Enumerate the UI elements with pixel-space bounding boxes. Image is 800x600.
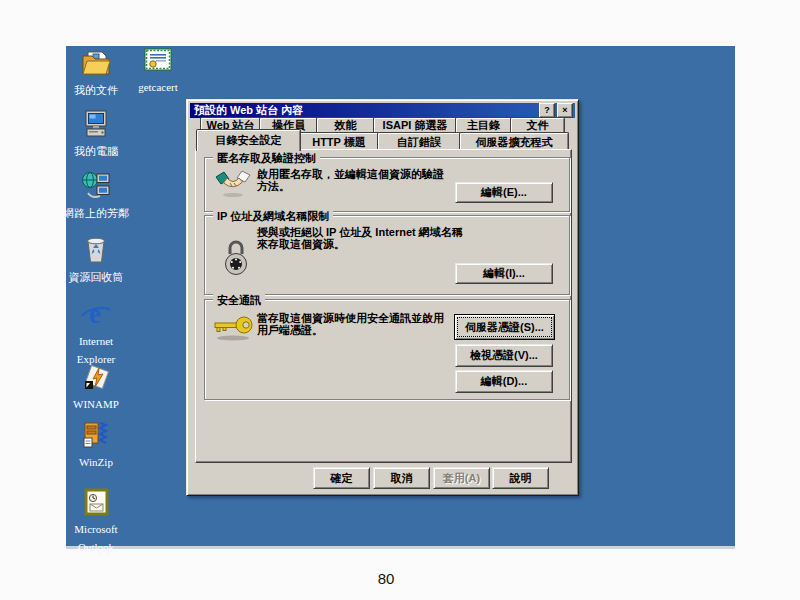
page-number: 80 <box>352 570 420 587</box>
view-certificate-button[interactable]: 檢視憑證(V)... <box>455 344 553 367</box>
network-neighborhood-icon <box>80 171 112 201</box>
group-description-line2: 用戶端憑證。 <box>257 324 323 336</box>
desktop-icon-label: WinZip <box>79 456 113 468</box>
group-title: 安全通訊 <box>213 293 265 308</box>
group-secure-communications: 安全通訊 當存取這個資源時使用安全通訊並啟用 用戶端憑證。 伺服器憑證(S)..… <box>204 299 570 400</box>
desktop-icon-getcacert[interactable]: getcacert <box>122 45 194 95</box>
group-description-line2: 來存取這個資源。 <box>257 238 345 250</box>
edit-authentication-button[interactable]: 編輯(E)... <box>455 182 553 203</box>
padlock-icon <box>221 238 251 280</box>
titlebar-help-button[interactable]: ? <box>539 103 555 118</box>
ok-button[interactable]: 確定 <box>313 467 370 489</box>
cancel-button[interactable]: 取消 <box>373 467 430 489</box>
winamp-icon <box>80 362 112 392</box>
tab-home-directory[interactable]: 主目錄 <box>455 117 512 133</box>
handshake-icon <box>215 168 251 202</box>
desktop-icon-microsoft-outlook[interactable]: Microsoft Outlook <box>60 487 132 555</box>
group-description-line1: 授與或拒絕以 IP 位址及 Internet 網域名稱 <box>257 226 463 238</box>
titlebar-close-button[interactable]: × <box>557 103 573 118</box>
group-title: IP 位址及網域名稱限制 <box>213 209 333 224</box>
winzip-icon <box>80 420 112 450</box>
group-title: 匿名存取及驗證控制 <box>213 151 320 166</box>
tab-isapi-filters[interactable]: ISAPI 篩選器 <box>373 117 457 133</box>
scanned-page: 我的文件 getcacert <box>0 0 800 600</box>
group-anonymous-access: 匿名存取及驗證控制 啟用匿名存取，並編輯這個資源的驗證 方法。 編輯(E)... <box>204 157 570 212</box>
desktop-icon-label: 我的電腦 <box>74 145 118 157</box>
certificate-icon <box>142 45 174 75</box>
desktop-icon-label: Microsoft Outlook <box>74 523 117 553</box>
desktop-icon-label: 我的文件 <box>74 84 118 96</box>
microsoft-outlook-icon <box>80 487 112 517</box>
desktop-icon-label: WINAMP <box>73 398 119 410</box>
group-description-line1: 當存取這個資源時使用安全通訊並啟用 <box>257 312 444 324</box>
help-button[interactable]: 說明 <box>492 467 549 489</box>
desktop-icon-winzip[interactable]: WinZip <box>60 420 132 470</box>
server-certificate-button[interactable]: 伺服器憑證(S)... <box>454 314 555 340</box>
desktop-icon-label: Internet Explorer <box>77 335 115 365</box>
svg-text:e: e <box>89 299 101 329</box>
desktop-icon-label: 網路上的芳鄰 <box>63 207 129 219</box>
recycle-bin-icon <box>80 235 112 265</box>
internet-explorer-icon: e <box>80 299 112 329</box>
group-description-line2: 方法。 <box>257 180 290 192</box>
desktop-icon-network-neighborhood[interactable]: 網路上的芳鄰 <box>60 171 132 221</box>
properties-dialog: 預設的 Web 站台 內容 ? × Web 站台 操作員 效能 ISAPI 篩選… <box>186 99 579 496</box>
desktop-icon-label: getcacert <box>138 81 178 93</box>
desktop-icon-recycle-bin[interactable]: 資源回收筒 <box>60 235 132 285</box>
group-description-line1: 啟用匿名存取，並編輯這個資源的驗證 <box>257 168 444 180</box>
desktop-icon-label: 資源回收筒 <box>69 271 124 283</box>
my-documents-icon <box>80 48 112 78</box>
tab-directory-security[interactable]: 目錄安全設定 <box>196 129 301 151</box>
tab-performance[interactable]: 效能 <box>316 117 375 133</box>
dialog-title: 預設的 Web 站台 內容 <box>194 103 537 118</box>
desktop-icon-my-computer[interactable]: 我的電腦 <box>60 109 132 159</box>
tab-documents[interactable]: 文件 <box>510 117 565 133</box>
apply-button: 套用(A) <box>433 467 490 489</box>
my-computer-icon <box>80 109 112 139</box>
edit-ip-restrictions-button[interactable]: 編輯(I)... <box>455 263 553 284</box>
desktop-icon-internet-explorer[interactable]: e Internet Explorer <box>60 299 132 367</box>
desktop-icon-winamp[interactable]: WINAMP <box>60 362 132 412</box>
edit-secure-communications-button[interactable]: 編輯(D)... <box>455 370 553 393</box>
dialog-titlebar[interactable]: 預設的 Web 站台 內容 ? × <box>190 103 575 118</box>
key-icon <box>213 314 255 346</box>
directory-security-tab-page: 匿名存取及驗證控制 啟用匿名存取，並編輯這個資源的驗證 方法。 編輯(E)... <box>195 149 572 463</box>
group-ip-restrictions: IP 位址及網域名稱限制 授與或拒絕以 IP 位址及 Internet 網域名稱… <box>204 215 570 295</box>
